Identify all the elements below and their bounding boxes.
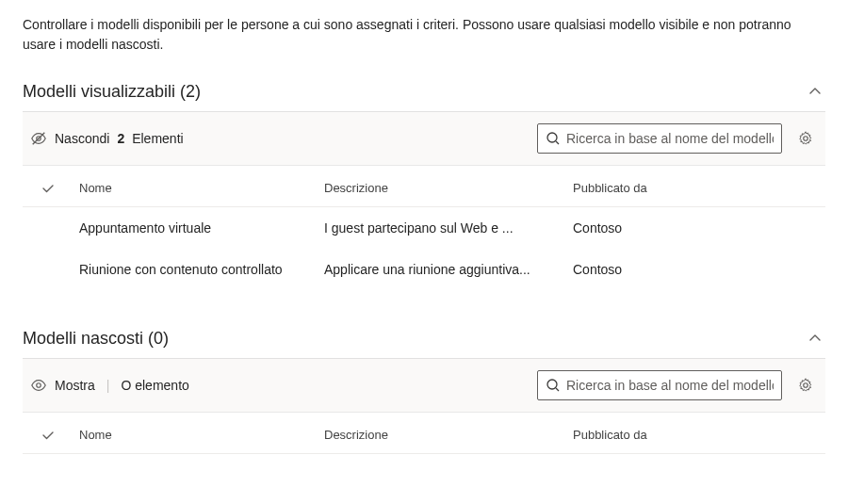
hide-label: Nascondi [55,131,109,146]
settings-button[interactable] [793,126,818,151]
viewable-table: Nome Descrizione Pubblicato da Appuntame… [23,166,825,290]
cell-desc: Applicare una riunione aggiuntiva... [324,262,573,277]
gear-icon [797,377,814,394]
gear-icon [797,130,814,147]
svg-point-8 [804,383,808,388]
search-box[interactable] [537,123,782,154]
section-header: Modelli visualizzabili (2) [23,81,825,112]
chevron-up-icon[interactable] [805,328,825,349]
cell-name: Appuntamento virtuale [79,220,324,236]
show-icon [30,377,47,394]
svg-point-6 [547,380,557,389]
table-header: Nome Descrizione Pubblicato da [23,413,825,454]
hidden-table: Nome Descrizione Pubblicato da [23,413,825,454]
col-name-header[interactable]: Nome [79,428,324,442]
col-name-header[interactable]: Nome [79,181,324,195]
cell-desc: I guest partecipano sul Web e ... [324,220,573,236]
svg-line-7 [556,388,559,391]
page-description: Controllare i modelli disponibili per le… [23,15,825,55]
count-label: O elemento [121,378,188,393]
section-title: Modelli visualizzabili (2) [23,82,201,102]
table-header: Nome Descrizione Pubblicato da [23,166,825,207]
toolbar-right [537,370,818,400]
col-desc-header[interactable]: Descrizione [324,181,573,195]
search-icon [546,131,561,146]
search-input[interactable] [566,131,774,146]
show-button[interactable]: Mostra [30,377,95,394]
table-row[interactable]: Appuntamento virtuale I guest partecipan… [23,207,825,249]
svg-line-3 [556,141,559,144]
hide-button[interactable]: Nascondi 2 Elementi [30,130,184,147]
count: 2 [117,131,124,146]
section-title: Modelli nascosti (0) [23,329,169,349]
separator: | [106,378,110,393]
col-pub-header[interactable]: Pubblicato da [573,181,814,195]
svg-point-2 [547,133,557,142]
col-check[interactable] [34,428,79,442]
viewable-toolbar: Nascondi 2 Elementi [23,112,825,166]
search-input[interactable] [566,378,774,393]
toolbar-right [537,123,818,154]
section-header: Modelli nascosti (0) [23,328,825,359]
hidden-section: Modelli nascosti (0) Mostra | O elemento [23,328,825,454]
cell-pub: Contoso [573,262,814,277]
col-pub-header[interactable]: Pubblicato da [573,428,814,442]
chevron-up-icon[interactable] [805,81,825,102]
toolbar-left: Mostra | O elemento [30,377,189,394]
svg-point-4 [804,137,808,141]
search-icon [546,378,561,393]
hide-icon [30,130,47,147]
hidden-toolbar: Mostra | O elemento [23,359,825,413]
count-label: Elementi [132,131,183,146]
check-icon [41,429,55,442]
cell-pub: Contoso [573,220,814,236]
check-icon [41,182,55,195]
viewable-section: Modelli visualizzabili (2) Nascondi 2 El… [23,81,825,290]
search-box[interactable] [537,370,782,400]
svg-point-5 [37,383,41,388]
cell-name: Riunione con contenuto controllato [79,262,324,277]
toolbar-left: Nascondi 2 Elementi [30,130,184,147]
show-label: Mostra [55,378,95,393]
col-check[interactable] [34,181,79,195]
settings-button[interactable] [793,373,818,398]
col-desc-header[interactable]: Descrizione [324,428,573,442]
table-row[interactable]: Riunione con contenuto controllato Appli… [23,249,825,290]
